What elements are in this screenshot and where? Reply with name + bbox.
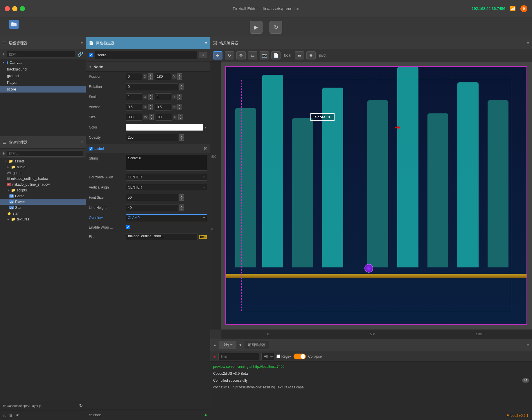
scale-y-group: Y ▲ ▼ bbox=[155, 93, 182, 100]
node-name-input[interactable] bbox=[95, 51, 197, 59]
scale-x-input[interactable] bbox=[126, 93, 142, 100]
label-enabled-checkbox[interactable] bbox=[89, 147, 93, 151]
color-picker[interactable] bbox=[126, 124, 203, 131]
color-dropdown-icon[interactable]: ▼ bbox=[204, 126, 207, 129]
anchor-x-input[interactable] bbox=[126, 104, 142, 111]
folder-icon[interactable] bbox=[9, 20, 19, 29]
canvas-node[interactable]: ▼ ▮ Canvas bbox=[0, 59, 86, 66]
add-component-button[interactable]: + bbox=[200, 52, 207, 58]
minimize-btn[interactable] bbox=[12, 6, 17, 11]
lineheight-input[interactable] bbox=[126, 204, 178, 211]
size-h-input[interactable] bbox=[156, 114, 172, 121]
size-w-input[interactable] bbox=[126, 114, 142, 121]
rot-down[interactable]: ▼ bbox=[179, 87, 184, 90]
asset-star-js[interactable]: JS Star bbox=[0, 205, 86, 211]
tree-item-player[interactable]: Player bbox=[0, 79, 86, 86]
main-layout: ☰ 层级管理器 ≡ + 🔗 ▼ ▮ Canvas background bbox=[0, 37, 532, 420]
fontsize-down[interactable]: ▼ bbox=[179, 198, 184, 201]
overflow-select[interactable]: CLAMP NONE SHRINK RESIZE_HEIGHT bbox=[126, 214, 207, 221]
size-h-up[interactable]: ▲ bbox=[178, 114, 183, 117]
pos-x-up[interactable]: ▲ bbox=[148, 73, 153, 77]
position-y-input[interactable] bbox=[155, 73, 171, 80]
tree-item-background[interactable]: background bbox=[0, 66, 86, 73]
assets-root[interactable]: ▼ 📁 assets bbox=[0, 158, 86, 164]
rotate-tool-btn[interactable]: ↻ bbox=[225, 51, 234, 59]
pos-y-down[interactable]: ▼ bbox=[177, 77, 182, 80]
scale-tool-btn[interactable]: ✥ bbox=[236, 51, 246, 59]
asset-game[interactable]: 🎮 game bbox=[0, 170, 86, 176]
tree-item-ground[interactable]: ground bbox=[0, 73, 86, 79]
console-filter-input[interactable] bbox=[218, 353, 259, 360]
node-enabled-checkbox[interactable] bbox=[89, 53, 93, 57]
enablewrap-value bbox=[126, 225, 207, 229]
move-tool-btn[interactable]: ✚ bbox=[213, 51, 222, 59]
reveal-icon[interactable]: 👁 bbox=[16, 413, 19, 417]
asset-player-js[interactable]: JS Player bbox=[0, 199, 86, 205]
add-node-icon[interactable]: + bbox=[2, 52, 5, 57]
anchor-x-down[interactable]: ▼ bbox=[148, 107, 153, 110]
size-w-label: W bbox=[143, 115, 148, 120]
rot-up[interactable]: ▲ bbox=[179, 84, 184, 87]
hierarchy-search[interactable] bbox=[7, 51, 76, 57]
scale-x-down[interactable]: ▼ bbox=[148, 97, 153, 100]
camera-tool-btn[interactable]: 📷 bbox=[260, 51, 269, 59]
console-tab[interactable]: 控制台 bbox=[219, 341, 236, 349]
lineheight-up[interactable]: ▲ bbox=[179, 204, 184, 208]
rect-tool-btn[interactable]: ▭ bbox=[248, 51, 257, 59]
create-icon[interactable]: △ bbox=[3, 413, 6, 417]
pos-x-down[interactable]: ▼ bbox=[148, 77, 153, 80]
gizmo-tool-btn[interactable]: ☷ bbox=[295, 51, 304, 59]
collapse-toggle[interactable] bbox=[294, 354, 306, 359]
refresh-button[interactable]: ↻ bbox=[269, 21, 282, 34]
rotation-input[interactable] bbox=[126, 83, 178, 90]
size-w-down[interactable]: ▼ bbox=[149, 117, 154, 120]
animation-icon: ▼ bbox=[239, 343, 242, 347]
pivot-tool-btn[interactable]: ⊕ bbox=[306, 51, 316, 59]
size-h-down[interactable]: ▼ bbox=[178, 117, 183, 120]
fullscreen-btn[interactable] bbox=[20, 6, 25, 11]
string-textarea[interactable]: Score: 0 bbox=[126, 155, 207, 171]
valign-select[interactable]: CENTER TOP BOTTOM bbox=[126, 184, 207, 191]
anchor-y-up[interactable]: ▲ bbox=[177, 104, 182, 107]
console-level-select[interactable]: All bbox=[261, 353, 274, 360]
scale-y-up[interactable]: ▲ bbox=[177, 94, 182, 97]
scale-y-down[interactable]: ▼ bbox=[177, 97, 182, 100]
delete-icon[interactable]: 🗑 bbox=[9, 413, 12, 417]
regex-checkbox[interactable] bbox=[276, 354, 280, 358]
size-w-up[interactable]: ▲ bbox=[149, 114, 154, 117]
opacity-down[interactable]: ▼ bbox=[179, 137, 184, 141]
position-x-input[interactable] bbox=[126, 73, 142, 80]
asset-star[interactable]: ⭐ star bbox=[0, 211, 86, 216]
asset-game-js[interactable]: JS Game bbox=[0, 193, 86, 199]
close-btn[interactable] bbox=[5, 6, 10, 11]
lineheight-down[interactable]: ▼ bbox=[179, 208, 184, 211]
play-button[interactable]: ▶ bbox=[250, 21, 263, 34]
label-remove-icon[interactable]: ✖ bbox=[204, 146, 207, 151]
tree-item-score[interactable]: score bbox=[0, 86, 86, 93]
clear-console-btn[interactable]: ● bbox=[213, 354, 216, 359]
add-asset-icon[interactable]: + bbox=[2, 151, 5, 156]
anchor-y-input[interactable] bbox=[155, 104, 171, 111]
asset-scripts[interactable]: ▼ 📁 scripts bbox=[0, 187, 86, 193]
opacity-input[interactable] bbox=[126, 134, 178, 141]
status-refresh-btn[interactable]: ↻ bbox=[79, 403, 83, 408]
pos-y-up[interactable]: ▲ bbox=[177, 73, 182, 77]
assets-search[interactable] bbox=[7, 150, 83, 157]
scene-canvas[interactable]: 使用鼠标右键平移视窗焦点 500 0 bbox=[210, 61, 532, 339]
mode-tool-btn[interactable]: 📄 bbox=[271, 51, 281, 59]
anchor-y-down[interactable]: ▼ bbox=[177, 107, 182, 110]
fontsize-input[interactable] bbox=[126, 194, 178, 201]
version-label: Fireball v0.6.1 bbox=[507, 414, 529, 418]
anchor-x-up[interactable]: ▲ bbox=[148, 104, 153, 107]
fontsize-up[interactable]: ▲ bbox=[179, 194, 184, 198]
halign-select[interactable]: CENTER LEFT RIGHT bbox=[126, 174, 207, 181]
asset-mikado-texture[interactable]: 🖼 mikado_outline_shadow bbox=[0, 176, 86, 182]
asset-mikado-bf[interactable]: Bf mikado_outline_shadow bbox=[0, 182, 86, 187]
scale-x-up[interactable]: ▲ bbox=[148, 94, 153, 97]
asset-textures[interactable]: ► 📁 textures bbox=[0, 216, 86, 222]
animation-tab[interactable]: 动画编辑器 bbox=[245, 341, 269, 349]
scale-y-input[interactable] bbox=[155, 93, 171, 100]
enablewrap-checkbox[interactable] bbox=[126, 225, 130, 229]
opacity-up[interactable]: ▲ bbox=[179, 134, 184, 137]
asset-audio[interactable]: ► 📁 audio bbox=[0, 164, 86, 170]
